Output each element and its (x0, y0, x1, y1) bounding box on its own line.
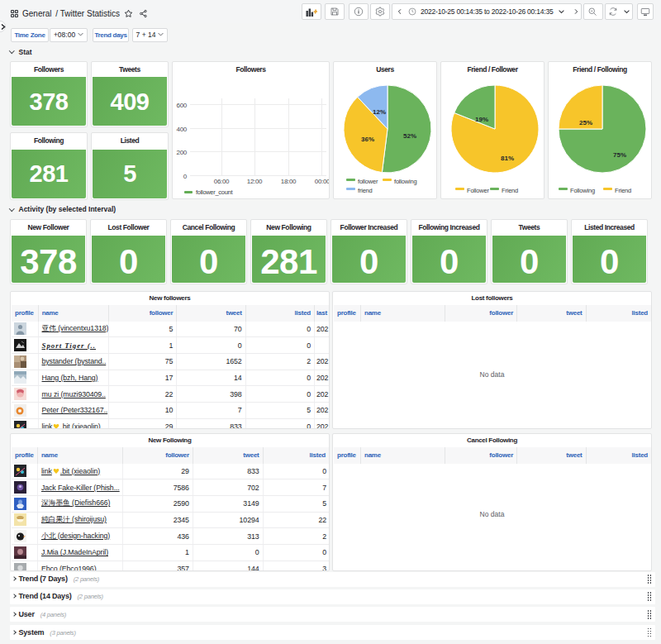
svg-text:friend: friend (358, 187, 373, 194)
svg-text:follower: follower (358, 178, 378, 185)
svg-text:0: 0 (183, 173, 188, 180)
svg-text:12:00: 12:00 (247, 178, 263, 185)
svg-text:Following: Following (570, 187, 595, 194)
svg-text:Friend: Friend (502, 187, 518, 194)
svg-text:75%: 75% (613, 151, 626, 159)
svg-text:52%: 52% (403, 132, 416, 140)
svg-text:Follower: Follower (467, 187, 489, 194)
svg-text:18:00: 18:00 (281, 178, 297, 185)
svg-text:400: 400 (177, 126, 188, 133)
svg-text:600: 600 (177, 102, 188, 109)
svg-text:36%: 36% (361, 136, 374, 143)
svg-text:following: following (394, 178, 416, 185)
svg-text:Friend: Friend (615, 187, 631, 194)
svg-text:200: 200 (177, 149, 188, 156)
svg-text:19%: 19% (475, 116, 488, 123)
svg-text:00:00: 00:00 (315, 178, 329, 185)
svg-text:81%: 81% (501, 155, 514, 162)
svg-text:25%: 25% (579, 119, 592, 126)
svg-text:12%: 12% (373, 108, 386, 116)
svg-text:06:00: 06:00 (214, 178, 230, 185)
